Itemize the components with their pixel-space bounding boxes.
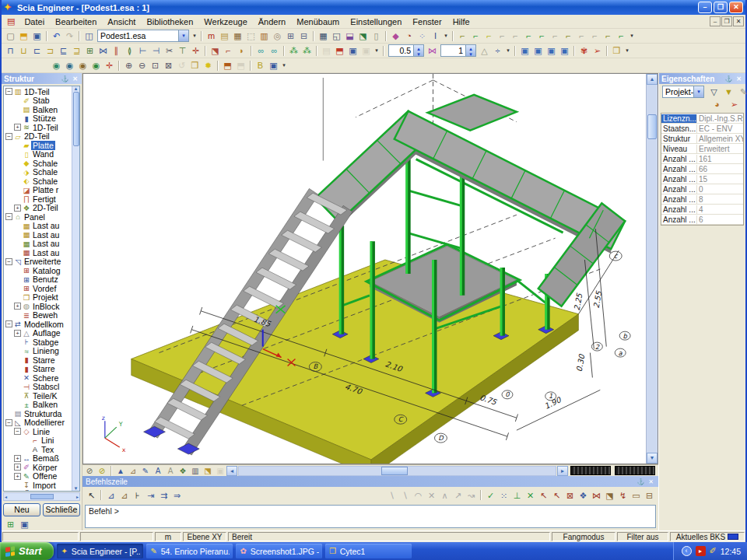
draw-line-2-icon[interactable]: ∖: [398, 490, 412, 502]
property-row[interactable]: Anzahl ...8: [661, 194, 743, 205]
open-project-icon[interactable]: ❒: [610, 45, 623, 57]
document-3d-icon[interactable]: ⬔: [356, 30, 370, 42]
expander-icon[interactable]: +: [14, 303, 21, 310]
menu-ändern[interactable]: Ändern: [253, 16, 291, 27]
tree-item-platte-r[interactable]: ◪Platte r: [4, 186, 72, 195]
property-value[interactable]: 0: [697, 185, 743, 194]
tree-item-1d-teil[interactable]: −▥1D-Teil: [4, 87, 72, 96]
scale-spinner[interactable]: 0.5▴▾: [388, 44, 424, 57]
pin-icon[interactable]: ⚓: [61, 75, 69, 83]
tree-item-vordef[interactable]: ⊞Vordef: [4, 284, 72, 293]
expander-icon[interactable]: +: [14, 455, 21, 462]
tree-item-stabscl[interactable]: ⊣Stabscl: [4, 383, 72, 392]
ratio-icon[interactable]: ÷: [491, 45, 504, 57]
view-person-icon[interactable]: ▲: [114, 466, 127, 476]
tray-pen-icon[interactable]: ✐: [710, 546, 717, 556]
tree-item-k-rper[interactable]: +✐Körper: [4, 463, 72, 472]
profile-8-icon[interactable]: ⌐: [549, 30, 562, 42]
link-2-icon[interactable]: ∞: [268, 45, 281, 57]
pie-chart-icon[interactable]: ◕: [710, 99, 724, 110]
draw-angle-icon[interactable]: ∧: [438, 490, 451, 502]
tree-item-2d-teil[interactable]: −▱2D-Teil: [4, 132, 72, 142]
hscroll-thumb[interactable]: [381, 467, 408, 475]
tree-item-inblock[interactable]: +◍InBlock: [4, 302, 72, 311]
filter-funnel-active-icon[interactable]: ▼: [722, 86, 735, 98]
member-10-icon[interactable]: ≬: [123, 45, 136, 57]
open-icon[interactable]: ⬒: [17, 30, 30, 42]
selection-3d-icon[interactable]: ⬚: [244, 30, 258, 42]
viewport-hscrollbar[interactable]: [238, 466, 556, 476]
render-mode-2-icon[interactable]: ◉: [63, 60, 76, 72]
tree-item-erweiterte[interactable]: −◹Erweiterte: [4, 257, 72, 267]
render-mode-3-icon[interactable]: ◉: [76, 60, 89, 72]
angle-icon[interactable]: △: [478, 45, 491, 57]
profile-6-icon[interactable]: ⌐: [522, 30, 535, 42]
property-row[interactable]: Anzahl ...66: [661, 164, 743, 174]
tree-item-1d-teil[interactable]: +≋1D-Teil: [4, 123, 72, 132]
status-ucs[interactable]: Aktuelles BKS: [670, 532, 745, 541]
tree-item-last-au[interactable]: ▦Last au: [4, 248, 72, 257]
zoom-document-icon[interactable]: ◔: [402, 30, 416, 42]
snap-box-icon[interactable]: ⊠: [563, 490, 577, 502]
tree-item-import[interactable]: ↧Import: [4, 481, 72, 490]
perspective-icon[interactable]: ▣: [267, 60, 280, 72]
tray-app-icon[interactable]: ▸: [696, 546, 706, 556]
draw-spline-icon[interactable]: ↝: [465, 490, 478, 502]
snap-grid-icon[interactable]: ⁙: [497, 490, 510, 502]
tree-item-projekt[interactable]: ❒Projekt: [4, 293, 72, 303]
pin-icon[interactable]: ✛: [103, 60, 116, 72]
tree-item-linieng[interactable]: ≈Linieng: [4, 347, 72, 356]
property-value[interactable]: 66: [697, 165, 743, 173]
tree-item-benutz[interactable]: ⊞Benutz: [4, 275, 72, 285]
scroll-down-icon[interactable]: ▼: [647, 453, 658, 464]
snap-table-icon[interactable]: ⊟: [643, 490, 656, 502]
tree-item-auflage[interactable]: +△Auflage: [4, 329, 72, 338]
property-value[interactable]: Erweitert: [697, 145, 743, 153]
view-window-3-icon[interactable]: ▣: [545, 45, 558, 57]
tree-item-balken[interactable]: ▤Balken: [4, 105, 72, 114]
member-8-icon[interactable]: ⋈: [96, 45, 110, 57]
filter-gray-icon[interactable]: ▣: [359, 45, 373, 57]
bkg-color-icon[interactable]: B: [254, 60, 267, 72]
tree-item-teile-k[interactable]: ⊼Teile/K: [4, 391, 72, 401]
property-value[interactable]: 8: [697, 195, 743, 204]
tree-item-schere[interactable]: ✕Schere: [4, 373, 72, 383]
expander-icon[interactable]: −: [5, 213, 12, 220]
menu-bearbeiten[interactable]: Bearbeiten: [50, 16, 102, 27]
taskbar-button-cytec1[interactable]: ❒Cytec1: [325, 544, 412, 558]
mdi-restore-button[interactable]: ❐: [721, 16, 732, 26]
status-plane[interactable]: Ebene XY: [183, 532, 226, 541]
new-icon[interactable]: ▢: [4, 30, 17, 42]
tree-item-starre[interactable]: ▮Starre: [4, 365, 72, 374]
action-arrow-icon[interactable]: ➢: [728, 99, 741, 110]
view-window-4-icon[interactable]: ▣: [558, 45, 571, 57]
close-panel-icon[interactable]: ✕: [71, 75, 79, 83]
rocket-icon[interactable]: ➢: [591, 45, 604, 57]
taskbar-button-54-enrico-pieranu-[interactable]: ✎54. Enrico Pieranu...: [146, 544, 233, 558]
table-window-2-icon[interactable]: ⊟: [297, 30, 310, 42]
view-window-1-icon[interactable]: ▣: [518, 45, 531, 57]
mesh-icon[interactable]: ◎: [271, 30, 284, 42]
struktur-caption[interactable]: Struktur ⚓ ✕: [2, 73, 82, 84]
point-grid-icon[interactable]: ⁘: [416, 30, 429, 42]
profiles-dropdown-icon[interactable]: ▾: [628, 33, 636, 39]
expander-icon[interactable]: −: [5, 133, 12, 140]
filter-blue-icon[interactable]: ▣: [346, 45, 359, 57]
expander-icon[interactable]: −: [5, 258, 12, 265]
hscroll-right-icon[interactable]: ▸: [557, 466, 568, 476]
profile-2-icon[interactable]: ⌐: [469, 30, 482, 42]
profile-3-icon[interactable]: ⌐: [482, 30, 496, 42]
draw-vector-icon[interactable]: ↗: [451, 490, 465, 502]
member-13-icon[interactable]: ⊤: [176, 45, 189, 57]
expander-icon[interactable]: +: [14, 330, 21, 337]
menu-hilfe[interactable]: Hilfe: [447, 16, 475, 27]
tab-window-icon[interactable]: ▣: [18, 519, 31, 530]
labels-on-icon[interactable]: A: [152, 466, 164, 476]
prop-pin-icon[interactable]: ⚓: [724, 75, 733, 83]
labels-off-icon[interactable]: A: [164, 466, 177, 476]
plate-tool-2-icon[interactable]: ⌐: [222, 45, 235, 57]
property-row[interactable]: Anzahl ...15: [661, 174, 743, 184]
member-11-icon[interactable]: ⊢: [136, 45, 149, 57]
select-mode-2-icon[interactable]: ⊿: [117, 490, 131, 502]
draw-arc-icon[interactable]: ◠: [412, 490, 425, 502]
